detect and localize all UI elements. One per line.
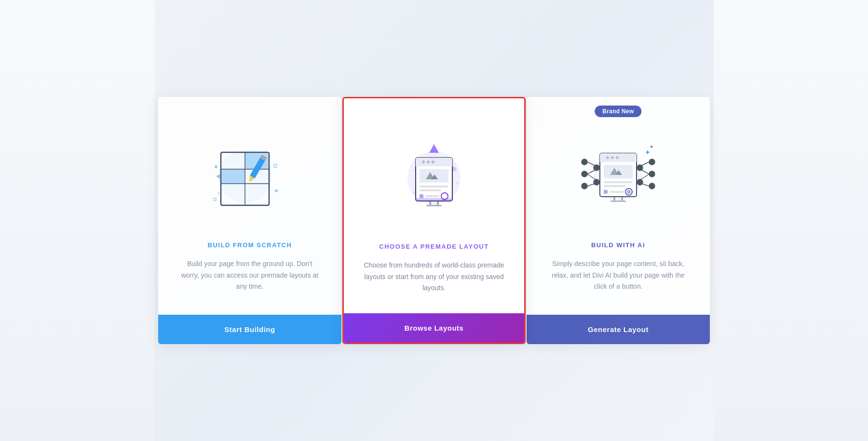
svg-point-51 (649, 171, 655, 177)
svg-rect-33 (420, 194, 423, 198)
ai-illustration: ✦ ✦ (570, 126, 666, 222)
svg-point-75 (627, 190, 631, 194)
svg-point-66 (616, 156, 619, 159)
svg-text:×: × (412, 189, 416, 196)
scratch-illustration (202, 126, 298, 222)
card-scratch-inner: BUILD FROM SCRATCH Build your page from … (158, 97, 341, 315)
bg-left-panel (0, 0, 154, 441)
ai-desc: Simply describe your page content, sit b… (546, 258, 691, 293)
svg-text:×: × (456, 180, 459, 187)
svg-point-65 (611, 156, 614, 159)
svg-point-43 (582, 183, 587, 189)
svg-rect-14 (274, 164, 277, 167)
premade-illustration: × × (386, 127, 482, 224)
svg-rect-37 (429, 201, 431, 205)
svg-rect-72 (604, 190, 608, 194)
svg-text:✦: ✦ (645, 148, 651, 156)
svg-rect-77 (621, 197, 623, 200)
scratch-title: BUILD FROM SCRATCH (208, 241, 292, 249)
svg-rect-39 (426, 205, 442, 206)
svg-point-52 (649, 183, 655, 189)
svg-point-12 (217, 192, 219, 194)
svg-rect-71 (604, 185, 625, 187)
svg-point-64 (606, 156, 609, 159)
card-scratch: BUILD FROM SCRATCH Build your page from … (158, 97, 341, 344)
svg-rect-34 (425, 195, 440, 197)
svg-point-26 (427, 160, 430, 163)
svg-point-27 (432, 160, 434, 163)
generate-layout-button[interactable]: Generate Layout (527, 315, 710, 344)
bg-right-panel (714, 0, 868, 441)
svg-rect-70 (604, 181, 633, 183)
card-ai-inner: ✦ ✦ (527, 97, 710, 315)
card-ai: Brand New (527, 97, 710, 344)
svg-rect-38 (437, 201, 439, 205)
svg-point-11 (275, 189, 278, 192)
svg-rect-36 (416, 198, 452, 201)
premade-desc: Choose from hundreds of world-class prem… (363, 260, 505, 294)
ai-title: BUILD WITH AI (591, 241, 645, 249)
svg-rect-76 (613, 197, 615, 200)
scratch-desc: Build your page from the ground up. Don'… (177, 258, 322, 293)
svg-rect-78 (610, 200, 626, 202)
svg-rect-31 (420, 186, 448, 187)
svg-text:✦: ✦ (650, 144, 653, 149)
svg-point-50 (649, 159, 655, 165)
svg-marker-13 (216, 174, 220, 179)
svg-point-25 (422, 160, 425, 163)
svg-rect-24 (416, 163, 452, 166)
svg-rect-63 (600, 159, 637, 162)
svg-rect-5 (221, 170, 244, 183)
card-premade-inner: × × (344, 98, 524, 313)
browse-layouts-button[interactable]: Browse Layouts (344, 313, 524, 343)
start-building-button[interactable]: Start Building (158, 315, 341, 344)
card-premade: × × (342, 97, 526, 344)
svg-point-10 (215, 165, 217, 168)
page-wrapper: BUILD FROM SCRATCH Build your page from … (0, 0, 868, 441)
svg-rect-32 (420, 189, 441, 191)
svg-rect-15 (214, 198, 216, 200)
premade-title: CHOOSE A PREMADE LAYOUT (379, 243, 488, 250)
svg-marker-17 (429, 144, 439, 153)
svg-rect-73 (610, 191, 624, 193)
brand-new-badge: Brand New (595, 106, 641, 117)
svg-point-42 (582, 171, 587, 177)
svg-point-41 (582, 159, 587, 165)
cards-container: BUILD FROM SCRATCH Build your page from … (158, 97, 710, 344)
